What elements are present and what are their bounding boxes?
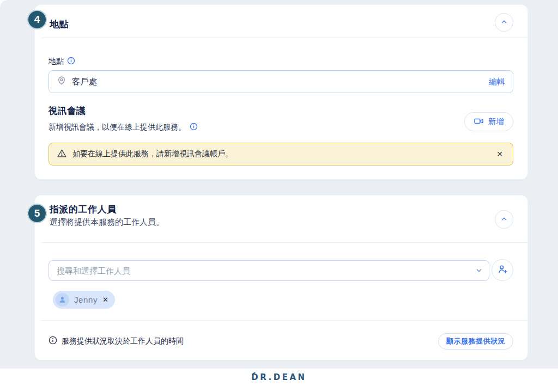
staff-collapse-button[interactable] xyxy=(495,210,513,229)
location-field-label: 地點 xyxy=(48,57,64,66)
staff-search xyxy=(48,260,489,281)
location-card: 4 地點 地點 客戶處 編輯 視訊會議 新增視訊會議，以便在線上提供此服務。 xyxy=(34,4,528,180)
warning-icon xyxy=(57,148,67,161)
video-meeting-heading: 視訊會議 xyxy=(48,105,86,117)
chevron-up-icon xyxy=(500,215,508,224)
location-field-label-row: 地點 xyxy=(48,57,75,66)
chevron-up-icon xyxy=(500,18,508,27)
page: 4 地點 地點 客戶處 編輯 視訊會議 新增視訊會議，以便在線上提供此服務。 xyxy=(0,0,558,392)
location-section-title: 地點 xyxy=(50,18,69,30)
staff-section-title: 指派的工作人員 xyxy=(50,203,117,216)
staff-availability-row: 服務提供狀況取決於工作人員的時間 顯示服務提供狀況 xyxy=(48,332,513,351)
video-meeting-description: 新增視訊會議，以便在線上提供此服務。 xyxy=(48,122,186,132)
logo-rest: R.DEAN xyxy=(260,372,306,382)
page-footer: D R.DEAN xyxy=(0,372,558,382)
add-staff-button[interactable] xyxy=(492,259,513,281)
staff-search-input[interactable] xyxy=(48,260,489,281)
brand-logo: D R.DEAN xyxy=(251,372,306,382)
staff-header-divider xyxy=(41,242,527,243)
warning-message: 如要在線上提供此服務，請新增視訊會議帳戶。 xyxy=(72,149,494,159)
info-icon[interactable] xyxy=(190,122,198,132)
step-badge-4: 4 xyxy=(27,10,47,29)
staff-chip-name: Jenny xyxy=(74,295,98,304)
staff-card: 5 指派的工作人員 選擇將提供本服務的工作人員。 Jenny ✕ xyxy=(34,195,528,360)
remove-chip-icon[interactable]: ✕ xyxy=(102,296,108,304)
close-icon[interactable]: ✕ xyxy=(494,149,505,160)
logo-swoosh-icon xyxy=(251,369,256,378)
avatar xyxy=(56,293,69,307)
location-header-divider xyxy=(41,38,527,38)
location-input[interactable]: 客戶處 編輯 xyxy=(48,70,513,93)
availability-note: 服務提供狀況取決於工作人員的時間 xyxy=(62,336,438,346)
video-warning-banner: 如要在線上提供此服務，請新增視訊會議帳戶。 ✕ xyxy=(48,143,513,166)
staff-section-subtitle: 選擇將提供本服務的工作人員。 xyxy=(50,217,164,228)
edit-location-link[interactable]: 編輯 xyxy=(489,77,505,87)
info-icon[interactable] xyxy=(67,57,75,66)
add-video-meeting-button[interactable]: 新增 xyxy=(464,112,513,131)
step-badge-5: 5 xyxy=(27,204,47,223)
staff-chip-jenny: Jenny ✕ xyxy=(53,291,115,309)
location-value: 客戶處 xyxy=(72,76,489,88)
step-number: 4 xyxy=(34,14,40,26)
add-video-meeting-label: 新增 xyxy=(488,117,504,127)
info-circle-icon xyxy=(48,336,57,347)
location-collapse-button[interactable] xyxy=(495,13,513,32)
staff-footer-divider xyxy=(41,320,527,321)
location-pin-icon xyxy=(57,76,66,88)
chevron-down-icon[interactable] xyxy=(475,267,483,277)
person-add-icon xyxy=(497,264,508,277)
logo-d: D xyxy=(251,372,260,382)
video-camera-icon xyxy=(474,116,484,128)
show-availability-button[interactable]: 顯示服務提供狀況 xyxy=(438,333,513,350)
step-number: 5 xyxy=(34,207,40,219)
video-meeting-description-row: 新增視訊會議，以便在線上提供此服務。 xyxy=(48,122,198,132)
